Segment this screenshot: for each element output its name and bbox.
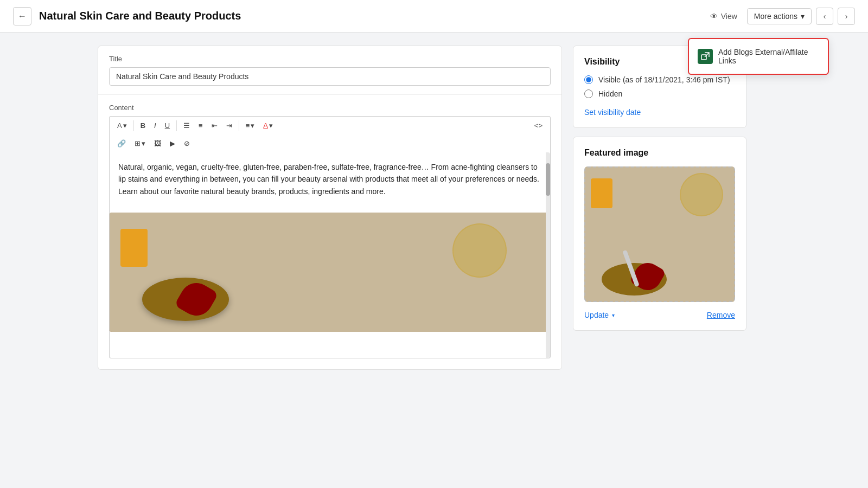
underline-label: U <box>165 121 170 130</box>
link-icon: 🔗 <box>117 139 126 147</box>
table-chevron: ▾ <box>142 139 145 147</box>
toolbar-separator-3 <box>239 120 239 131</box>
ordered-list-button[interactable]: ≡ <box>195 120 206 131</box>
content-label: Content <box>109 95 551 116</box>
more-actions-button[interactable]: More actions ▾ <box>747 8 812 24</box>
page-title: Natural Skin Care and Beauty Products <box>39 10 241 22</box>
eye-icon: 👁 <box>710 12 718 21</box>
editor-text: Natural, organic, vegan, cruelty-free, g… <box>110 152 550 206</box>
remove-link[interactable]: Remove <box>707 311 735 319</box>
toolbar-separator-1 <box>133 120 134 131</box>
outdent-icon: ⇥ <box>226 121 232 130</box>
italic-button[interactable]: I <box>151 120 159 131</box>
visible-option[interactable]: Visible (as of 18/11/2021, 3:46 pm IST) <box>584 75 735 84</box>
back-icon: ← <box>18 11 27 21</box>
hidden-option[interactable]: Hidden <box>584 89 735 98</box>
toolbar-row-1: A ▾ B I U ☰ ≡ <box>109 116 551 134</box>
ol-icon: ≡ <box>199 121 203 130</box>
scroll-thumb[interactable] <box>546 163 550 196</box>
indent-icon: ⇤ <box>212 121 218 130</box>
hidden-label: Hidden <box>598 89 622 98</box>
align-button[interactable]: ≡ ▾ <box>242 120 258 131</box>
add-blog-links-item[interactable]: Add Blogs External/Affilate Links <box>689 42 828 70</box>
featured-img-background <box>585 168 734 301</box>
fi-product-box <box>591 178 612 208</box>
more-actions-label: More actions <box>754 12 797 21</box>
editor-panel: Title Content A ▾ B I U <box>98 46 562 370</box>
text-color-icon: A <box>263 121 268 130</box>
hidden-radio[interactable] <box>584 89 593 98</box>
source-icon: <> <box>534 121 542 130</box>
chevron-right-icon: › <box>845 12 848 21</box>
text-color-button[interactable]: A ▾ <box>260 120 276 131</box>
font-label: A <box>117 121 122 130</box>
set-visibility-date-link[interactable]: Set visibility date <box>584 108 641 117</box>
img-background <box>110 213 550 332</box>
visible-label: Visible (as of 18/11/2021, 3:46 pm IST) <box>598 75 730 84</box>
image-button[interactable]: 🖼 <box>151 138 164 149</box>
chevron-down-icon: ▾ <box>801 12 805 21</box>
view-label: View <box>721 12 737 21</box>
font-chevron-icon: ▾ <box>123 121 127 130</box>
source-button[interactable]: <> <box>531 120 546 131</box>
align-chevron-icon: ▾ <box>251 121 254 130</box>
link-button[interactable]: 🔗 <box>114 138 129 149</box>
scrollbar[interactable] <box>546 152 550 358</box>
special-button[interactable]: ⊘ <box>181 138 193 149</box>
featured-image-card: Featured image Update ▾ Remove <box>573 137 746 331</box>
title-field-group: Title <box>98 46 561 95</box>
next-button[interactable]: › <box>838 8 855 25</box>
ul-icon: ☰ <box>183 121 190 130</box>
back-button[interactable]: ← <box>13 7 31 25</box>
featured-image-footer: Update ▾ Remove <box>584 311 735 319</box>
add-blog-links-label: Add Blogs External/Affilate Links <box>718 48 819 65</box>
top-bar-left: ← Natural Skin Care and Beauty Products <box>13 7 241 25</box>
table-button[interactable]: ⊞ ▾ <box>131 138 149 149</box>
align-icon: ≡ <box>246 121 250 130</box>
more-actions-dropdown: Add Blogs External/Affilate Links <box>688 38 829 75</box>
chevron-left-icon: ‹ <box>824 12 826 21</box>
bold-button[interactable]: B <box>137 120 149 131</box>
image-icon: 🖼 <box>154 139 161 147</box>
featured-image-title: Featured image <box>584 148 735 158</box>
update-label: Update <box>584 311 609 319</box>
top-bar-right: 👁 View More actions ▾ ‹ › A <box>705 8 855 25</box>
table-icon: ⊞ <box>135 139 141 147</box>
visible-radio[interactable] <box>584 75 593 84</box>
title-label: Title <box>109 55 551 63</box>
update-button[interactable]: Update ▾ <box>584 311 615 319</box>
underline-button[interactable]: U <box>162 120 173 131</box>
right-panel: Visibility Visible (as of 18/11/2021, 3:… <box>573 46 746 370</box>
update-chevron-icon: ▾ <box>612 312 615 318</box>
toolbar-separator-2 <box>176 120 177 131</box>
set-date-text: Set visibility date <box>584 108 641 117</box>
main-layout: Title Content A ▾ B I U <box>0 33 760 383</box>
remove-label: Remove <box>707 311 735 319</box>
video-button[interactable]: ▶ <box>167 138 178 149</box>
view-button[interactable]: 👁 View <box>705 9 743 24</box>
special-icon: ⊘ <box>184 139 190 147</box>
featured-image-box[interactable] <box>584 166 735 302</box>
bold-label: B <box>141 121 145 130</box>
toolbar-row-2: 🔗 ⊞ ▾ 🖼 ▶ ⊘ <box>109 134 551 152</box>
prev-button[interactable]: ‹ <box>816 8 833 25</box>
outdent-button[interactable]: ⇥ <box>223 120 235 131</box>
external-link-icon <box>698 49 713 64</box>
video-icon: ▶ <box>170 139 175 147</box>
title-input[interactable] <box>109 67 551 86</box>
content-area: Content A ▾ B I U ☰ <box>98 95 561 369</box>
img-product-box <box>120 229 148 267</box>
unordered-list-button[interactable]: ☰ <box>180 120 193 131</box>
font-button[interactable]: A ▾ <box>114 120 130 131</box>
top-bar: ← Natural Skin Care and Beauty Products … <box>0 0 868 33</box>
fi-glass-bottle <box>680 173 723 216</box>
text-color-chevron: ▾ <box>269 121 273 130</box>
img-glass-bottle <box>452 223 507 278</box>
editor-body[interactable]: Natural, organic, vegan, cruelty-free, g… <box>109 152 551 358</box>
indent-button[interactable]: ⇤ <box>208 120 221 131</box>
content-image <box>110 213 550 332</box>
italic-label: I <box>154 121 156 130</box>
